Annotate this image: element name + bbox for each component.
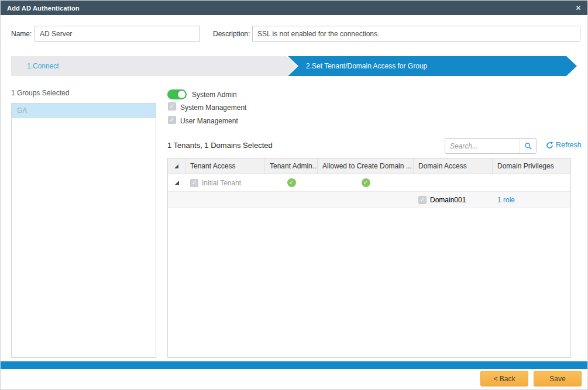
- col-header-allowed-create-domain[interactable]: Allowed to Create Domain ...: [318, 158, 414, 174]
- allowed-create-granted-icon: ✓: [362, 178, 370, 187]
- collapse-all-icon: [174, 164, 178, 168]
- domain-allowed-cell: [318, 192, 414, 208]
- check-icon: ✓: [170, 116, 174, 123]
- tenant-domain-grid: Tenant Access Tenant Admin... Allowed to…: [167, 158, 571, 358]
- check-icon: ✓: [192, 180, 197, 186]
- tenants-domains-summary: 1 Tenants, 1 Domains Selected: [167, 141, 273, 150]
- dialog-titlebar: Add AD Authentication ×: [1, 1, 587, 15]
- user-management-checkbox[interactable]: ✓: [168, 116, 176, 124]
- domain-tenant-cell: [185, 192, 265, 208]
- back-button[interactable]: < Back: [480, 371, 528, 386]
- description-label: Description:: [213, 30, 250, 38]
- row-collapse-icon: [175, 181, 179, 185]
- domain-name: Domain001: [430, 196, 466, 204]
- tenant-name: Initial Tenant: [202, 179, 241, 187]
- refresh-icon: [546, 141, 553, 149]
- name-input[interactable]: [35, 26, 200, 42]
- col-header-domain-privileges[interactable]: Domain Privileges: [493, 158, 570, 174]
- domain-access-cell: ✓ Domain001: [414, 192, 493, 208]
- grid-header: Tenant Access Tenant Admin... Allowed to…: [168, 158, 570, 174]
- group-list-item[interactable]: GA: [12, 103, 156, 118]
- domain-expand-cell: [168, 192, 185, 208]
- domain-row: ✓ Domain001 1 role: [168, 192, 570, 208]
- dialog-title: Add AD Authentication: [7, 5, 80, 12]
- save-button[interactable]: Save: [534, 371, 582, 386]
- domain-admin-cell: [265, 192, 318, 208]
- col-header-tenant-admin[interactable]: Tenant Admin...: [265, 158, 318, 174]
- groups-selected-label: 1 Groups Selected: [11, 89, 69, 97]
- footer-divider: [1, 361, 587, 369]
- tenant-admin-granted-icon: ✓: [287, 178, 296, 187]
- wizard-step-connect-label: 1.Connect: [27, 62, 59, 70]
- toggle-knob: [178, 91, 185, 98]
- col-header-tenant-access[interactable]: Tenant Access: [185, 158, 265, 174]
- domain-privileges-cell: 1 role: [493, 192, 570, 208]
- check-icon: ✓: [420, 196, 425, 203]
- refresh-label: Refresh: [556, 141, 582, 149]
- tenant-domain-privileges-cell: [493, 174, 570, 191]
- description-input[interactable]: [252, 26, 580, 42]
- tenant-row: ✓ Initial Tenant ✓ ✓: [168, 174, 570, 192]
- search-button[interactable]: [520, 139, 536, 153]
- search-box: [445, 138, 537, 154]
- wizard-step-set-access: 2.Set Tenant/Domain Access for Group: [288, 56, 577, 76]
- groups-list: GA: [11, 103, 156, 358]
- wizard-step-connect[interactable]: 1.Connect: [11, 56, 297, 76]
- system-admin-toggle[interactable]: [167, 89, 187, 99]
- add-ad-authentication-dialog: Add AD Authentication × Name: Descriptio…: [0, 0, 588, 390]
- system-management-label: System Management: [180, 103, 246, 112]
- col-header-domain-access[interactable]: Domain Access: [414, 158, 493, 174]
- row-expand-cell[interactable]: [168, 174, 185, 191]
- domain001-checkbox[interactable]: ✓: [418, 196, 427, 204]
- system-admin-label: System Admin: [192, 91, 237, 99]
- name-label: Name:: [11, 30, 32, 38]
- system-management-checkbox[interactable]: ✓: [168, 102, 176, 111]
- tenant-domain-access-cell: [414, 174, 493, 191]
- refresh-button[interactable]: Refresh: [546, 141, 582, 149]
- initial-tenant-checkbox[interactable]: ✓: [190, 179, 198, 187]
- search-icon: [524, 142, 532, 150]
- tenant-access-cell: ✓ Initial Tenant: [185, 174, 265, 191]
- role-count-link[interactable]: 1 role: [497, 196, 515, 204]
- collapse-all-cell[interactable]: [168, 158, 185, 174]
- tenant-admin-cell: ✓: [265, 174, 318, 191]
- close-icon[interactable]: ×: [576, 4, 581, 13]
- check-icon: ✓: [170, 103, 174, 109]
- allowed-create-domain-cell: ✓: [318, 174, 414, 191]
- search-input[interactable]: [445, 142, 520, 150]
- wizard-step-set-access-label: 2.Set Tenant/Domain Access for Group: [306, 62, 427, 70]
- user-management-label: User Management: [180, 117, 238, 125]
